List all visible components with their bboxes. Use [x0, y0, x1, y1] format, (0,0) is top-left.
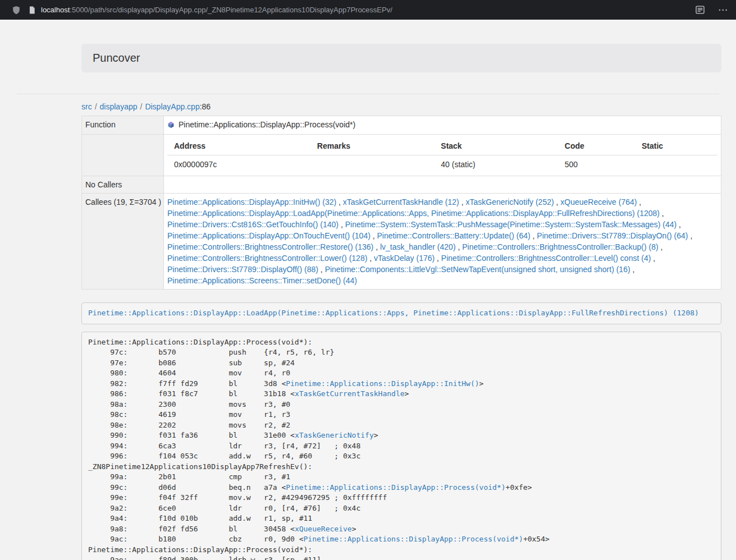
code-line: 990: f031 fa36 bl 31e00 <xTaskGenericNot…	[88, 430, 715, 441]
callee-separator: ,	[637, 198, 641, 206]
code-text: 994: 6ca3 ldr r3, [r4, #72] ; 0x48	[88, 442, 360, 450]
callee-link[interactable]: Pinetime::Controllers::BrightnessControl…	[462, 242, 658, 251]
empty-label-cell	[82, 135, 164, 176]
metrics-header-row: Address Remarks Stack Code Static	[167, 137, 717, 155]
code-text: 996: f104 053c add.w r5, r4, #60 ; 0x3c	[88, 452, 360, 460]
symbol-link[interactable]: xTaskGetCurrentTaskHandle	[295, 389, 405, 398]
callee-separator: ,	[651, 254, 655, 263]
callee-link[interactable]: Pinetime::Drivers::Cst816S::GetTouchInfo…	[167, 220, 339, 229]
breadcrumb-line-number: :86	[200, 102, 211, 111]
stack-column-header: Stack	[434, 137, 558, 155]
page-icon[interactable]	[29, 6, 35, 14]
code-text: +0xfe>	[506, 483, 532, 492]
symbol-link[interactable]: Pinetime::Applications::DisplayApp::Proc…	[286, 483, 505, 492]
callee-separator: ,	[630, 265, 635, 274]
callee-separator: ,	[336, 198, 343, 206]
callee-link[interactable]: Pinetime::Controllers::BrightnessControl…	[167, 242, 373, 251]
code-text: >	[352, 525, 356, 533]
breadcrumb-link-src[interactable]: src	[81, 102, 92, 111]
address-value: 0x0000097c	[167, 155, 310, 173]
code-line: 98c: 4619 mov r1, r3	[88, 410, 715, 420]
metrics-value-row: 0x0000097c 40 (static) 500	[167, 155, 717, 173]
callee-link[interactable]: xTaskGetCurrentTaskHandle (12)	[343, 198, 459, 206]
callee-separator: ,	[660, 209, 664, 218]
callee-link[interactable]: Pinetime::Applications::DisplayApp::OnTo…	[167, 231, 371, 240]
url-path: :5000/path/src/displayapp/DisplayApp.cpp…	[70, 6, 392, 14]
code-size-value: 500	[558, 155, 635, 173]
callees-row: Callees (19, Σ=3704 ) Pinetime::Applicat…	[82, 194, 721, 290]
code-line: 97c: b570 push {r4, r5, r6, lr}	[88, 347, 715, 358]
function-table: Function Pinetime::Applications::Display…	[81, 116, 721, 290]
callers-cell	[164, 176, 721, 194]
browser-bar: localhost:5000/path/src/displayapp/Displ…	[0, 0, 736, 20]
function-row: Function Pinetime::Applications::Display…	[82, 116, 721, 135]
callee-link[interactable]: xTaskGenericNotify (252)	[465, 198, 554, 206]
static-column-header: Static	[635, 137, 717, 155]
code-line: 996: f104 053c add.w r5, r4, #60 ; 0x3c	[88, 451, 715, 462]
symbol-link[interactable]: Pinetime::Applications::DisplayApp::Proc…	[304, 535, 523, 543]
disassembly-code: Pinetime::Applications::DisplayApp::Proc…	[81, 332, 721, 560]
shield-icon[interactable]	[12, 6, 20, 15]
callee-separator: ,	[367, 254, 374, 263]
callee-link[interactable]: Pinetime::Controllers::Battery::Update()…	[377, 231, 531, 240]
breadcrumb-link-file[interactable]: DisplayApp.cpp	[145, 102, 199, 111]
code-line: 982: f7ff fd29 bl 3d8 <Pinetime::Applica…	[88, 379, 715, 389]
callees-list: Pinetime::Applications::DisplayApp::Init…	[164, 194, 721, 290]
code-text: Pinetime::Applications::DisplayApp::Proc…	[88, 338, 312, 346]
callee-separator: ,	[659, 242, 663, 251]
overflow-menu-icon[interactable]: ⋯	[718, 5, 728, 15]
code-line: 98e: 2202 movs r2, #2	[88, 420, 715, 431]
code-line: 9ae: f89d 300b ldrb.w r3, [sp, #11]	[88, 555, 715, 560]
address-bar[interactable]: localhost:5000/path/src/displayapp/Displ…	[41, 6, 392, 14]
app-header-panel: Puncover	[81, 44, 721, 72]
metrics-table: Address Remarks Stack Code Static 0x0000…	[167, 137, 717, 173]
code-line: 9a8: f02f fd56 bl 30458 <xQueueReceive>	[88, 524, 715, 535]
symbol-link[interactable]: Pinetime::Applications::DisplayApp::Init…	[286, 379, 479, 388]
code-line: 99a: 2b01 cmp r3, #1	[88, 472, 715, 483]
callee-separator: ,	[371, 231, 377, 240]
callee-link[interactable]: Pinetime::Applications::DisplayApp::Load…	[167, 209, 660, 218]
stack-value: 40 (static)	[434, 155, 558, 173]
symbol-link[interactable]: xTaskGenericNotify	[295, 431, 374, 439]
code-line: 99c: d06d beq.n a7a <Pinetime::Applicati…	[88, 483, 715, 493]
callee-separator: ,	[318, 265, 325, 274]
callee-separator: ,	[339, 220, 345, 229]
code-text: 99a: 2b01 cmp r3, #1	[88, 472, 290, 481]
callee-separator: ,	[373, 242, 380, 251]
callee-link[interactable]: vTaskDelay (176)	[374, 254, 435, 263]
code-text: 9ac: b180 cbz r0, 9d0 <	[88, 535, 304, 543]
code-line: 986: f031 f8c7 bl 31b18 <xTaskGetCurrent…	[88, 389, 715, 400]
symbol-link[interactable]: xQueueReceive	[295, 525, 352, 533]
callee-link[interactable]: Pinetime::Controllers::BrightnessControl…	[441, 254, 651, 263]
code-line: 9a4: f10d 010b add.w r1, sp, #11	[88, 513, 715, 524]
code-text: Pinetime::Applications::DisplayApp::Proc…	[88, 545, 312, 554]
callee-link[interactable]: Pinetime::Drivers::St7789::DisplayOff() …	[167, 265, 318, 274]
callee-separator: ,	[676, 220, 681, 229]
code-line: 994: 6ca3 ldr r3, [r4, #72] ; 0x48	[88, 441, 715, 452]
code-line: 97e: b086 sub sp, #24	[88, 358, 715, 369]
callee-link[interactable]: Pinetime::Applications::DisplayApp::Init…	[167, 198, 336, 206]
function-name-cell: Pinetime::Applications::DisplayApp::Proc…	[164, 116, 721, 135]
callee-link[interactable]: lv_task_handler (420)	[380, 242, 456, 251]
static-size-value	[635, 155, 717, 173]
callee-link[interactable]: Pinetime::Drivers::St7789::DisplayOn() (…	[537, 231, 688, 240]
code-text: +0x54>	[523, 535, 550, 543]
code-text: 98a: 2300 movs r3, #0	[88, 400, 290, 408]
header-divider	[17, 94, 719, 94]
code-line: 980: 4604 mov r4, r0	[88, 368, 715, 379]
breadcrumb-link-displayapp[interactable]: displayapp	[100, 102, 138, 111]
code-line: Pinetime::Applications::DisplayApp::Proc…	[88, 545, 715, 556]
callee-link[interactable]: xQueueReceive (764)	[560, 198, 637, 206]
callee-link[interactable]: Pinetime::System::SystemTask::PushMessag…	[345, 220, 677, 229]
callee-separator: ,	[459, 198, 466, 206]
reader-mode-icon[interactable]	[696, 6, 705, 14]
callee-link[interactable]: Pinetime::Applications::Screens::Timer::…	[167, 276, 357, 285]
code-text: 990: f031 fa36 bl 31e00 <	[88, 431, 295, 439]
callee-separator: ,	[554, 198, 561, 206]
method-icon	[167, 120, 175, 131]
page-title: Puncover	[93, 52, 710, 65]
callee-link[interactable]: Pinetime::Components::LittleVgl::SetNewT…	[325, 265, 630, 274]
code-text: 99c: d06d beq.n a7a <	[88, 483, 286, 492]
selected-symbol-link[interactable]: Pinetime::Applications::DisplayApp::Load…	[88, 309, 699, 317]
callee-link[interactable]: Pinetime::Controllers::BrightnessControl…	[167, 254, 367, 263]
